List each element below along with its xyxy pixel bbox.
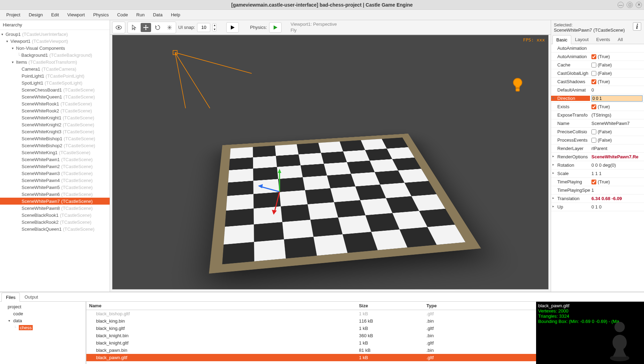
hierarchy-item[interactable]: SceneWhiteBishop2(TCastleScene) xyxy=(0,142,110,149)
property-checkbox[interactable] xyxy=(591,138,596,143)
file-row[interactable]: black_knight.bin360 kB.bin xyxy=(86,332,536,339)
property-row[interactable]: CastGlobalLigh(False) xyxy=(551,69,644,78)
folder-item[interactable]: └chess xyxy=(1,324,84,331)
file-row[interactable]: black_knight.gltf1 kB.gltf xyxy=(86,339,536,347)
menu-edit[interactable]: Edit xyxy=(48,11,62,19)
hierarchy-item[interactable]: SceneWhitePawn3(TCastleScene) xyxy=(0,170,110,177)
property-row[interactable]: AutoAnimation xyxy=(551,44,644,53)
property-row[interactable]: Direction xyxy=(551,94,644,103)
ui-snap-input[interactable] xyxy=(197,23,210,32)
property-checkbox[interactable] xyxy=(591,129,596,134)
bottom-tab-output[interactable]: Output xyxy=(20,292,42,301)
col-name[interactable]: Name xyxy=(86,302,356,310)
menu-code[interactable]: Code xyxy=(113,11,131,19)
property-checkbox[interactable] xyxy=(591,54,596,59)
physics-play-button[interactable] xyxy=(269,22,282,33)
viewport-3d[interactable]: FPS: xxx xyxy=(112,35,549,290)
hierarchy-item[interactable]: SceneChessBoard1(TCastleScene) xyxy=(0,86,110,93)
hierarchy-item[interactable]: ▾Non-Visual Components xyxy=(0,45,110,52)
folder-tree[interactable]: projectcode▾data└chess xyxy=(0,302,86,364)
property-row[interactable]: DefaultAnimat0 xyxy=(551,86,644,94)
hierarchy-item[interactable]: SceneBlackRook2(TCastleScene) xyxy=(0,219,110,225)
col-size[interactable]: Size xyxy=(356,302,424,310)
snap-stepper[interactable]: ▲▼ xyxy=(212,23,217,32)
folder-item[interactable]: code xyxy=(1,310,84,317)
close-button[interactable]: ✕ xyxy=(636,2,642,8)
hierarchy-item[interactable]: SceneBlackRook1(TCastleScene) xyxy=(0,212,110,219)
hierarchy-item[interactable]: SceneWhiteBishop1(TCastleScene) xyxy=(0,135,110,142)
menu-run[interactable]: Run xyxy=(133,11,148,19)
col-type[interactable]: Type xyxy=(424,302,536,310)
rotate-tool-icon[interactable] xyxy=(152,23,163,32)
info-button[interactable]: i xyxy=(633,22,641,31)
menu-data[interactable]: Data xyxy=(149,11,166,19)
hierarchy-item[interactable]: SceneWhitePawn4(TCastleScene) xyxy=(0,177,110,184)
file-table[interactable]: Name Size Type black_bishop.gltf1 kB.glt… xyxy=(86,302,536,364)
property-row[interactable]: NameSceneWhitePawn7 xyxy=(551,119,644,128)
hierarchy-item[interactable]: SceneWhiteKnight3(TCastleScene) xyxy=(0,128,110,135)
hierarchy-item[interactable]: SceneWhitePawn8(TCastleScene) xyxy=(0,205,110,212)
property-row[interactable]: TimePlaying(True) xyxy=(551,178,644,186)
eye-icon[interactable] xyxy=(113,23,124,32)
transform-gizmo[interactable] xyxy=(255,167,304,216)
property-row[interactable]: Cache(False) xyxy=(551,61,644,69)
hierarchy-item[interactable]: Camera1(TCastleCamera) xyxy=(0,65,110,72)
menu-physics[interactable]: Physics xyxy=(90,11,112,19)
property-row[interactable]: PreciseCollisio(False) xyxy=(551,128,644,136)
property-list[interactable]: AutoAnimationAutoAnimation(True)Cache(Fa… xyxy=(551,44,644,292)
cursor-icon[interactable] xyxy=(129,23,139,32)
hierarchy-item[interactable]: └Background1(TCastleBackground) xyxy=(0,52,110,58)
hierarchy-item[interactable]: SceneWhiteKing1(TCastleScene) xyxy=(0,149,110,156)
file-row[interactable]: black_pawn.gltf1 kB.gltf xyxy=(86,354,536,361)
maximize-button[interactable]: ◻ xyxy=(627,2,633,8)
file-row[interactable]: black_king.gltf1 kB.gltf xyxy=(86,325,536,332)
inspector-tab-events[interactable]: Events xyxy=(592,35,614,44)
property-row[interactable]: Exists(True) xyxy=(551,103,644,111)
hierarchy-item[interactable]: ▾Items(TCastleRootTransform) xyxy=(0,58,110,65)
property-checkbox[interactable] xyxy=(591,180,596,184)
property-row[interactable]: Rotation0 0 0 deg(0) xyxy=(551,161,644,169)
property-row[interactable]: Up0 1 0 xyxy=(551,203,644,211)
hierarchy-item[interactable]: SceneWhitePawn1(TCastleScene) xyxy=(0,156,110,163)
property-row[interactable]: RenderLayerrlParent xyxy=(551,144,644,153)
menu-design[interactable]: Design xyxy=(25,11,46,19)
property-row[interactable]: Scale1 1 1 xyxy=(551,169,644,178)
property-row[interactable]: AutoAnimation(True) xyxy=(551,53,644,61)
hierarchy-item[interactable]: SceneWhitePawn5(TCastleScene) xyxy=(0,184,110,191)
inspector-tab-all[interactable]: All xyxy=(614,35,627,44)
hierarchy-item[interactable]: SceneWhitePawn6(TCastleScene) xyxy=(0,191,110,198)
property-row[interactable]: ProcessEvents(False) xyxy=(551,136,644,144)
move-tool-icon[interactable] xyxy=(141,23,151,32)
hierarchy-item[interactable]: SceneBlackQueen1(TCastleScene) xyxy=(0,225,110,232)
hierarchy-item[interactable]: SceneWhiteRook1(TCastleScene) xyxy=(0,100,110,107)
hierarchy-item[interactable]: ▾Group1(TCastleUserInterface) xyxy=(0,31,110,38)
inspector-tab-basic[interactable]: Basic xyxy=(552,35,571,44)
hierarchy-item[interactable]: SceneWhitePawn7(TCastleScene) xyxy=(0,198,110,205)
file-row[interactable]: black_bishop.gltf1 kB.gltf xyxy=(86,310,536,318)
hierarchy-item[interactable]: PointLight1(TCastlePointLight) xyxy=(0,72,110,79)
play-button[interactable] xyxy=(226,22,239,33)
property-checkbox[interactable] xyxy=(591,104,596,109)
hierarchy-tree[interactable]: ▾Group1(TCastleUserInterface)▾Viewport1(… xyxy=(0,30,110,292)
property-row[interactable]: RenderOptionsSceneWhitePawn7.Re xyxy=(551,153,644,161)
hierarchy-item[interactable]: ▾Viewport1(TCastleViewport) xyxy=(0,38,110,45)
file-row[interactable]: black_king.bin116 kB.bin xyxy=(86,317,536,325)
bottom-tab-files[interactable]: Files xyxy=(1,293,20,302)
property-checkbox[interactable] xyxy=(591,79,596,84)
hierarchy-item[interactable]: SceneWhiteQueen1(TCastleScene) xyxy=(0,93,110,100)
hierarchy-item[interactable]: SceneWhiteKnight1(TCastleScene) xyxy=(0,114,110,121)
property-row[interactable]: ExposeTransfo(TStrings) xyxy=(551,111,644,119)
menu-project[interactable]: Project xyxy=(3,11,24,19)
menu-help[interactable]: Help xyxy=(167,11,184,19)
hierarchy-item[interactable]: SpotLight1(TCastleSpotLight) xyxy=(0,79,110,86)
hierarchy-item[interactable]: SceneWhiteRook2(TCastleScene) xyxy=(0,107,110,114)
file-row[interactable]: black_pawn.bin81 kB.bin xyxy=(86,347,536,354)
property-row[interactable]: CastShadows(True) xyxy=(551,78,644,86)
inspector-tab-layout[interactable]: Layout xyxy=(571,35,592,44)
hierarchy-item[interactable]: SceneWhitePawn2(TCastleScene) xyxy=(0,163,110,170)
property-checkbox[interactable] xyxy=(591,71,596,76)
scale-tool-icon[interactable] xyxy=(164,23,175,32)
folder-item[interactable]: ▾data xyxy=(1,317,84,324)
property-checkbox[interactable] xyxy=(591,63,596,68)
hierarchy-item[interactable]: SceneWhiteKnight2(TCastleScene) xyxy=(0,121,110,128)
